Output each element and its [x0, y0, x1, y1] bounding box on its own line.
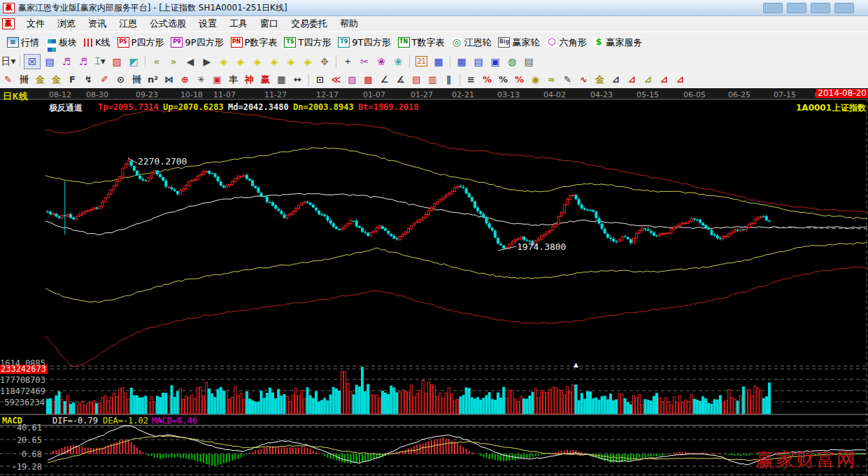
tool-icon-41[interactable]: ⊿ [640, 73, 656, 86]
tool-icon-4[interactable]: ♬ [59, 55, 74, 69]
tool-icon-39[interactable]: ⊿ [608, 73, 624, 86]
toolbar-button-T四方形[interactable]: TST四方形 [284, 36, 331, 49]
tool-icon-7[interactable]: ⊙ [113, 73, 129, 86]
menu-8[interactable]: 交易委托 [285, 18, 334, 30]
tool-icon-0[interactable]: ✎ [0, 73, 16, 86]
tool-icon-33[interactable]: ◍ [504, 55, 520, 69]
tool-icon-32[interactable]: % [495, 73, 511, 86]
tool-icon-25[interactable]: ∡ [392, 73, 408, 86]
toolbar-button-六角形[interactable]: ⬡六角形 [546, 36, 586, 49]
tool-icon-18[interactable]: ↔ [290, 73, 306, 86]
close-button[interactable] [834, 3, 854, 13]
tool-icon-27[interactable]: ▥ [425, 73, 441, 86]
tool-icon-22[interactable]: ▨ [344, 73, 360, 86]
tool-icon-40[interactable]: ⊿ [624, 73, 640, 86]
menu-9[interactable]: 帮助 [334, 18, 364, 30]
toolbar-button-9P四方形[interactable]: P99P四方形 [171, 36, 223, 49]
tool-icon-24[interactable]: ❀ [373, 55, 389, 69]
tool-icon-13[interactable]: ▣ [209, 73, 225, 86]
tool-icon-15[interactable]: ◈ [233, 55, 248, 69]
tool-icon-9[interactable]: n² [145, 73, 161, 86]
toolbar-button-赢家轮[interactable]: Big赢家轮 [498, 36, 539, 49]
tool-icon-3[interactable]: 金 [48, 73, 64, 86]
tool-icon-10[interactable]: « [149, 55, 164, 69]
menu-2[interactable]: 资讯 [82, 18, 113, 30]
toolbar-button-K线[interactable]: K线 [84, 36, 111, 49]
tool-icon-19[interactable]: ◈ [300, 55, 315, 69]
tool-icon-17[interactable]: ▦ [273, 73, 290, 86]
tool-icon-22[interactable]: ＋ [340, 55, 355, 69]
tool-icon-7[interactable]: ▨ [109, 55, 124, 69]
tool-icon-42[interactable]: ⊿ [656, 73, 672, 86]
tool-icon-25[interactable]: ❀ [390, 55, 406, 69]
menu-7[interactable]: 窗口 [254, 18, 285, 30]
tool-icon-14[interactable]: 丰 [225, 73, 241, 86]
tool-icon-2[interactable]: 金 [32, 73, 48, 86]
tool-icon-30[interactable]: ▦ [454, 55, 469, 69]
tool-icon-15[interactable]: 神 [241, 73, 257, 86]
toolbar-button-P四方形[interactable]: PSP四方形 [118, 36, 164, 49]
tool-icon-4[interactable]: F [64, 73, 80, 86]
tool-icon-34[interactable]: ◉ [527, 73, 543, 86]
tool-icon-34[interactable]: ▤ [521, 55, 536, 69]
tool-icon-33[interactable]: % [511, 73, 527, 86]
tool-icon-8[interactable]: ◩ [126, 55, 141, 69]
tool-icon-11[interactable]: » [166, 55, 181, 69]
tool-icon-31[interactable]: ▤ [471, 55, 486, 69]
tool-icon-11[interactable]: ⊕ [177, 73, 193, 86]
menu-1[interactable]: 浏览 [51, 18, 82, 30]
chart-area[interactable]: 日K线 08-1208-3009-2310-1811-0711-2712-170… [0, 88, 868, 476]
tool-icon-23[interactable]: ✂ [357, 55, 372, 69]
tool-icon-14[interactable]: ◈ [216, 55, 232, 69]
tool-icon-5[interactable]: ↯ [80, 73, 97, 86]
toolbar-button-江恩轮[interactable]: ◎江恩轮 [451, 36, 491, 49]
tool-icon-20[interactable]: ✥ [317, 55, 332, 69]
tool-icon-21[interactable]: ≪ [328, 73, 344, 86]
tool-icon-32[interactable]: ▣ [488, 55, 503, 69]
tool-icon-27[interactable]: 21 [415, 56, 427, 66]
tool-icon-20[interactable]: ⊡ [312, 73, 328, 86]
menu-4[interactable]: 公式选股 [143, 18, 192, 30]
tool-icon-28[interactable]: ∥ [441, 73, 457, 86]
tool-icon-43[interactable]: ⊿ [672, 73, 688, 86]
toolbar-button-板块[interactable]: 板块 [46, 36, 77, 49]
tool-icon-23[interactable]: ▩ [360, 73, 376, 86]
tool-icon-5[interactable]: ♬ [76, 55, 91, 69]
menu-3[interactable]: 江恩 [113, 18, 143, 30]
tool-icon-30[interactable]: ≡ [463, 73, 479, 86]
toolbar-button-P数字表[interactable]: PNP数字表 [231, 36, 278, 49]
tool-icon-10[interactable]: ⋈ [161, 73, 177, 86]
tool-icon-0[interactable]: 日▾ [1, 55, 16, 69]
toolbar-button-T数字表[interactable]: TNT数字表 [398, 36, 445, 49]
window-button-3[interactable] [811, 3, 830, 13]
window-button-1[interactable] [763, 3, 783, 13]
tool-icon-16[interactable]: 赢 [257, 73, 273, 86]
tool-icon-31[interactable]: % [479, 73, 495, 86]
toolbar-button-行情[interactable]: ▦行情 [7, 36, 39, 49]
tool-icon-1[interactable]: 卌 [16, 73, 32, 86]
tool-icon-16[interactable]: ◈ [250, 55, 265, 69]
tool-icon-18[interactable]: ◈ [283, 55, 299, 69]
tool-icon-35[interactable]: ≈ [543, 73, 560, 86]
menu-6[interactable]: 工具 [223, 18, 254, 30]
menu-5[interactable]: 设置 [192, 18, 223, 30]
menu-0[interactable]: 文件 [20, 18, 51, 30]
tool-icon-26[interactable]: ▤ [408, 73, 425, 86]
tool-icon-38[interactable]: 金 [592, 73, 608, 86]
tool-icon-37[interactable]: ∿ [576, 73, 592, 86]
tool-icon-3[interactable]: ▤ [42, 55, 57, 69]
window-button-2[interactable] [787, 3, 806, 13]
tool-icon-8[interactable]: 卌 [129, 73, 145, 86]
tool-icon-6[interactable]: ✐ [97, 73, 113, 86]
toolbar-button-9T四方形[interactable]: T99T四方形 [338, 36, 390, 49]
toolbar-button-赢家服务[interactable]: $赢家服务 [593, 36, 642, 49]
tool-icon-17[interactable]: ◈ [266, 55, 282, 69]
tool-icon-24[interactable]: ∠ [376, 73, 392, 86]
tool-icon-28[interactable]: ▦ [431, 55, 446, 69]
tool-icon-13[interactable]: ▶ [199, 55, 215, 69]
tool-icon-6[interactable]: ⌶▾ [92, 55, 108, 69]
tool-icon-12[interactable]: ✳ [193, 73, 209, 86]
tool-icon-12[interactable]: ◀ [183, 55, 198, 69]
tool-icon-36[interactable]: ✎ [560, 73, 576, 86]
tool-icon-2[interactable]: ☒ [24, 54, 41, 69]
